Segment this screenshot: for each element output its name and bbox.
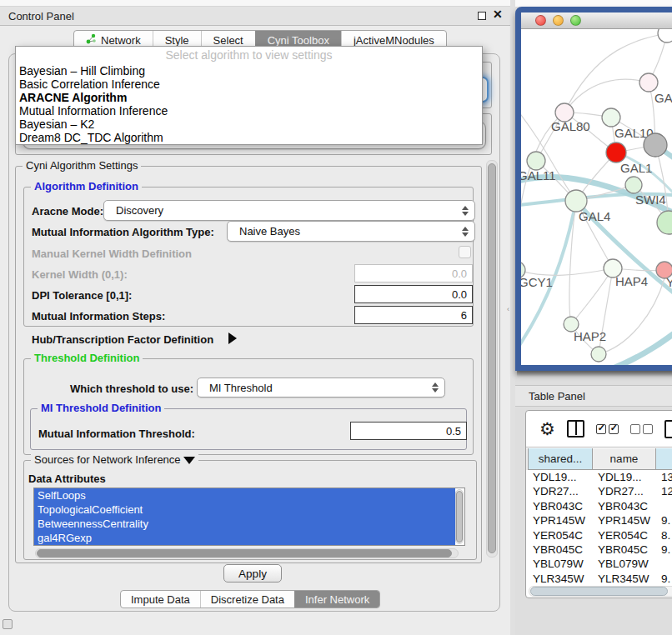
- table-row[interactable]: YDL19...YDL19...13: [528, 470, 672, 484]
- network-node-label: GAL80: [551, 119, 590, 133]
- network-window-shadow: [517, 371, 672, 377]
- network-window-titlebar[interactable]: [521, 12, 672, 29]
- dropdown-item[interactable]: Basic Correlation Inference: [16, 78, 482, 91]
- manual-kernel-checkbox[interactable]: [459, 246, 471, 258]
- mi-steps-field[interactable]: 6: [354, 306, 473, 324]
- table-cell: YBR043C: [528, 499, 593, 513]
- network-node[interactable]: [591, 347, 606, 362]
- close-panel-icon[interactable]: ✕: [493, 8, 503, 21]
- dropdown-item[interactable]: Bayesian – Hill Climbing: [16, 64, 482, 78]
- kernel-width-field[interactable]: 0.0: [354, 264, 473, 282]
- dropdown-placeholder: Select algorithm to view settings: [16, 47, 482, 64]
- collapse-down-arrow-icon[interactable]: [183, 457, 195, 464]
- table-row[interactable]: YBR045CYBR045C9.: [528, 542, 672, 557]
- hub-section-label[interactable]: Hub/Transcription Factor Definition: [32, 333, 213, 346]
- table-row[interactable]: YER054CYER054C8.: [528, 528, 672, 542]
- table-cell: 9.: [656, 542, 672, 557]
- kernel-width-label: Kernel Width (0,1):: [32, 268, 128, 281]
- aracne-mode-label: Aracne Mode:: [32, 205, 103, 218]
- sources-legend[interactable]: Sources for Network Inference: [31, 453, 198, 466]
- attribute-list-item[interactable]: TopologicalCoefficient: [34, 502, 455, 517]
- table-cell: YER054C: [593, 528, 656, 542]
- divider-handle-icon[interactable]: ‹: [507, 305, 509, 313]
- mi-threshold-field[interactable]: 0.5: [350, 422, 467, 440]
- table-row[interactable]: YDR27...YDR27...12: [528, 484, 672, 498]
- column-header-label: shared...: [539, 452, 583, 465]
- column-header-label: name: [610, 452, 639, 465]
- network-node[interactable]: [644, 133, 667, 157]
- tab-label: jActiveMNodules: [354, 34, 434, 47]
- table-horizontal-scrollbar-thumb[interactable]: [530, 587, 668, 596]
- network-canvas[interactable]: GALGAL80GAL10GAL1GAL11SWI4GAL4GCY1HAP4YH…: [521, 29, 672, 371]
- attribute-list-item[interactable]: BetweennessCentrality: [34, 517, 455, 531]
- dpi-tolerance-label: DPI Tolerance [0,1]:: [32, 289, 132, 302]
- mi-type-combo[interactable]: Naive Bayes: [227, 221, 475, 242]
- network-node-label: GAL: [654, 91, 672, 105]
- dropdown-item[interactable]: Mutual Information Inference: [16, 104, 482, 118]
- split-columns-icon[interactable]: [567, 420, 584, 438]
- mi-threshold-value: 0.5: [446, 425, 461, 438]
- apply-button[interactable]: Apply: [223, 564, 282, 582]
- network-node[interactable]: [657, 211, 672, 234]
- attributes-list-scrollbar-thumb[interactable]: [456, 491, 463, 542]
- document-icon[interactable]: [664, 420, 672, 438]
- table-row[interactable]: YPR145WYPR145W9.: [528, 513, 672, 528]
- dropdown-item[interactable]: Bayesian – K2: [16, 118, 482, 131]
- tab-label: Impute Data: [131, 593, 190, 606]
- network-node-gal10[interactable]: [602, 108, 620, 127]
- network-node-label: GAL4: [579, 209, 610, 223]
- dock-mini-icon[interactable]: [3, 619, 13, 629]
- network-node-gal11[interactable]: [527, 152, 545, 170]
- network-node-gal[interactable]: [639, 73, 658, 92]
- aracne-mode-combo[interactable]: Discovery: [103, 200, 475, 221]
- table-row[interactable]: YBL079WYBL079W: [528, 557, 672, 571]
- table-row[interactable]: YBR043CYBR043C: [528, 499, 672, 513]
- column-header-shared...[interactable]: shared...: [528, 448, 593, 470]
- attribute-list-item[interactable]: SelfLoops: [34, 488, 455, 502]
- table-header: shared...nameA: [526, 448, 672, 470]
- close-window-icon[interactable]: [535, 15, 546, 26]
- algorithm-dropdown-popup: Select algorithm to view settings Bayesi…: [15, 46, 483, 145]
- dropdown-item[interactable]: ARACNE Algorithm: [16, 91, 482, 104]
- tab-impute-data[interactable]: Impute Data: [121, 591, 200, 608]
- expand-right-arrow-icon[interactable]: [228, 332, 237, 344]
- tab-infer-network[interactable]: Infer Network: [294, 591, 379, 608]
- table-cell: YBR045C: [528, 542, 593, 557]
- attribute-list-item[interactable]: gal4RGexp: [34, 531, 455, 545]
- which-threshold-combo[interactable]: MI Threshold: [197, 378, 445, 398]
- network-node-label: Y: [666, 275, 672, 289]
- settings-legend: Cyni Algorithm Settings: [23, 159, 141, 172]
- dropdown-items: Bayesian – Hill ClimbingBasic Correlatio…: [16, 64, 482, 144]
- network-node-swi4[interactable]: [625, 177, 642, 193]
- mi-steps-value: 6: [461, 309, 467, 322]
- table-cell: YLR345W: [593, 572, 656, 586]
- right-top-strip: [515, 0, 672, 7]
- table-row[interactable]: YLR345WYLR345W9.: [528, 572, 672, 586]
- gear-icon[interactable]: ⚙: [539, 420, 555, 438]
- deselect-all-checkboxes-icon[interactable]: [630, 424, 653, 434]
- network-node[interactable]: [658, 29, 672, 42]
- data-attributes-list[interactable]: SelfLoopsTopologicalCoefficientBetweenne…: [33, 488, 465, 546]
- settings-horizontal-scrollbar-thumb[interactable]: [37, 549, 452, 558]
- tab-discretize-data[interactable]: Discretize Data: [200, 591, 294, 608]
- float-window-icon[interactable]: [478, 12, 486, 20]
- select-all-checkboxes-icon[interactable]: [596, 424, 619, 434]
- table-cell: YDR27...: [528, 484, 593, 498]
- table-cell: YDR27...: [593, 484, 656, 498]
- dropdown-item[interactable]: Dream8 DC_TDC Algorithm: [16, 131, 482, 144]
- table-cell: 9.: [656, 572, 672, 586]
- dpi-tolerance-field[interactable]: 0.0: [354, 285, 473, 303]
- mi-type-label: Mutual Information Algorithm Type:: [32, 226, 214, 238]
- network-node-gal1[interactable]: [606, 142, 626, 162]
- tab-label: Infer Network: [305, 593, 369, 606]
- table-cell: YBL079W: [593, 557, 656, 571]
- settings-vertical-scrollbar-thumb[interactable]: [488, 163, 496, 553]
- spinner-arrows-icon: [432, 382, 439, 392]
- column-header-A[interactable]: A: [656, 448, 672, 470]
- table-cell: YPR145W: [593, 513, 656, 528]
- minimize-window-icon[interactable]: [553, 15, 564, 26]
- column-header-name[interactable]: name: [593, 448, 656, 470]
- table-cell: YLR345W: [528, 572, 593, 586]
- control-panel: Control Panel ✕ NetworkStyleSelectCyni T…: [0, 0, 510, 635]
- zoom-window-icon[interactable]: [570, 15, 581, 26]
